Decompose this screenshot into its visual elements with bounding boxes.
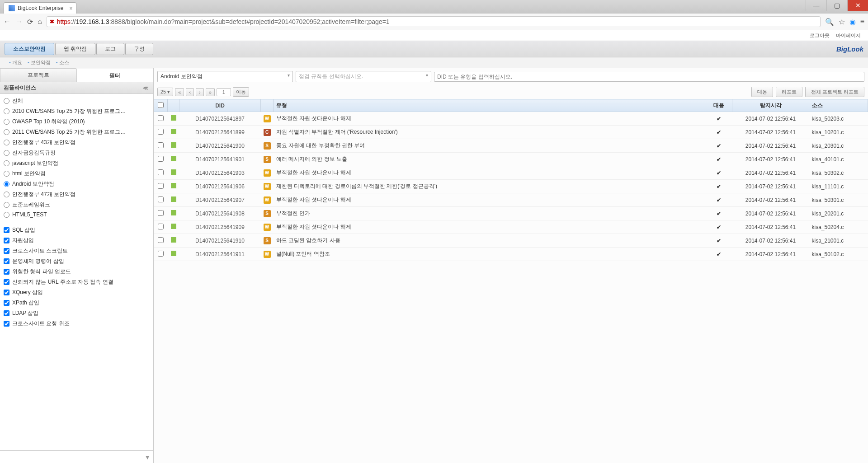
search-input[interactable] [434, 72, 864, 82]
compliance-radio-8[interactable]: Android 보안약점 [3, 179, 151, 189]
table-row[interactable]: D140702125641897W부적절한 자원 셧다운이나 해제✔2014-0… [154, 112, 868, 126]
breadcrumb-item-1[interactable]: 보안약점 [28, 59, 51, 66]
col-src[interactable]: 소스 [809, 99, 868, 112]
menu-icon[interactable]: ≡ [860, 18, 864, 26]
browser-tab[interactable]: BigLook Enterprise × [4, 2, 76, 14]
window-close-button[interactable]: ✕ [847, 0, 868, 11]
back-icon[interactable]: ← [4, 18, 11, 26]
table-row[interactable]: D140702125641899C자원 식별자의 부적절한 제어 ('Resou… [154, 126, 868, 139]
rule-check-input-2[interactable] [4, 248, 9, 254]
compliance-radio-input-8[interactable] [4, 181, 9, 187]
bookmark-icon[interactable]: ☆ [839, 18, 845, 26]
rule-check-4[interactable]: 위험한 형식 파일 업로드 [3, 267, 151, 277]
breadcrumb-item-0[interactable]: 개요 [9, 59, 22, 66]
compliance-radio-6[interactable]: javascript 보안약점 [3, 158, 151, 168]
compliance-radio-11[interactable]: HTML5_TEST [3, 210, 151, 219]
pager-first-icon[interactable]: « [175, 88, 184, 96]
table-row[interactable]: D140702125641910S하드 코딩된 암호화키 사용✔2014-07-… [154, 234, 868, 248]
table-row[interactable]: D140702125641908S부적절한 인가✔2014-07-02 12:5… [154, 207, 868, 220]
pager-prev-icon[interactable]: ‹ [186, 88, 194, 96]
col-did[interactable]: DID [179, 99, 261, 112]
col-type[interactable]: 유형 [274, 99, 705, 112]
page-number-input[interactable]: 1 [217, 88, 231, 96]
rule-check-input-1[interactable] [4, 238, 9, 243]
row-checkbox[interactable] [158, 156, 164, 162]
table-row[interactable]: D140702125641900S중요 자원에 대한 부정확한 권한 부여✔20… [154, 139, 868, 153]
forward-icon[interactable]: → [15, 18, 23, 26]
search-icon[interactable]: 🔍 [825, 18, 834, 26]
table-row[interactable]: D140702125641901S에러 메시지에 의한 정보 노출✔2014-0… [154, 153, 868, 166]
page-size-combo[interactable]: 25 ▾ [157, 88, 173, 96]
pager-go-button[interactable]: 이동 [233, 87, 249, 97]
col-checkbox[interactable] [154, 99, 168, 112]
compliance-radio-input-9[interactable] [4, 192, 9, 197]
full-report-button[interactable]: 전체 프로젝트 리포트 [805, 87, 864, 97]
table-row[interactable]: D140702125641906W제한된 디렉토리에 대한 경로이름의 부적절한… [154, 180, 868, 193]
reload-icon[interactable]: ⟳ [27, 18, 33, 26]
compliance-radio-7[interactable]: html 보안약점 [3, 168, 151, 179]
rule-check-input-4[interactable] [4, 269, 9, 275]
row-checkbox[interactable] [158, 115, 164, 121]
rule-check-input-3[interactable] [4, 258, 9, 264]
compliance-header[interactable]: 컴플라이언스 ≪ [0, 82, 153, 94]
rule-check-input-5[interactable] [4, 279, 9, 285]
compliance-radio-input-10[interactable] [4, 202, 9, 208]
table-row[interactable]: D140702125641911W널(Null) 포인터 역참조✔2014-07… [154, 248, 868, 261]
row-checkbox[interactable] [158, 183, 164, 189]
pager-next-icon[interactable]: › [196, 88, 204, 96]
collapse-icon[interactable]: ≪ [143, 85, 150, 91]
side-tab-filter[interactable]: 필터 [76, 69, 153, 82]
row-checkbox[interactable] [158, 196, 164, 202]
table-row[interactable]: D140702125641903W부적절한 자원 셧다운이나 해제✔2014-0… [154, 166, 868, 180]
report-button[interactable]: 리포트 [776, 87, 802, 97]
side-tab-project[interactable]: 프로젝트 [0, 68, 76, 82]
pager-last-icon[interactable]: » [206, 88, 215, 96]
compliance-radio-5[interactable]: 전자금융감독규정 [3, 148, 151, 158]
main-tab-1[interactable]: 웹 취약점 [55, 43, 95, 55]
rule-check-8[interactable]: LDAP 삽입 [3, 308, 151, 318]
compliance-radio-input-4[interactable] [4, 140, 9, 145]
rule-check-input-6[interactable] [4, 290, 9, 295]
table-row[interactable]: D140702125641907W부적절한 자원 셧다운이나 해제✔2014-0… [154, 193, 868, 207]
compliance-radio-10[interactable]: 표준프레임워크 [3, 200, 151, 210]
compliance-radio-input-6[interactable] [4, 160, 9, 166]
col-resp[interactable]: 대응 [705, 99, 732, 112]
main-tab-3[interactable]: 구성 [125, 43, 153, 55]
select-all-checkbox[interactable] [158, 102, 164, 108]
extension-icon[interactable]: ◉ [849, 18, 856, 26]
row-checkbox[interactable] [158, 210, 164, 216]
response-button[interactable]: 대응 [751, 87, 773, 97]
compliance-radio-4[interactable]: 안전행정부 43개 보안약점 [3, 137, 151, 148]
minimize-button[interactable]: — [806, 0, 826, 11]
row-checkbox[interactable] [158, 169, 164, 175]
main-tab-0[interactable]: 소스보안약점 [5, 43, 54, 55]
compliance-radio-input-7[interactable] [4, 171, 9, 177]
rule-check-2[interactable]: 크로스사이트 스크립트 [3, 246, 151, 256]
row-checkbox[interactable] [158, 224, 164, 229]
compliance-radio-input-11[interactable] [4, 212, 9, 218]
row-checkbox[interactable] [158, 129, 164, 135]
compliance-radio-9[interactable]: 안전행정부 47개 보안약점 [3, 189, 151, 200]
rule-check-1[interactable]: 자원삽입 [3, 235, 151, 246]
filter-icon[interactable]: ▼ [144, 454, 151, 461]
compliance-radio-input-1[interactable] [4, 108, 9, 114]
compliance-radio-input-0[interactable] [4, 98, 9, 104]
maximize-button[interactable]: ▢ [826, 0, 847, 11]
compliance-radio-0[interactable]: 전체 [3, 96, 151, 106]
home-icon[interactable]: ⌂ [38, 18, 42, 26]
rule-check-0[interactable]: SQL 삽입 [3, 225, 151, 235]
tab-close-icon[interactable]: × [69, 5, 72, 12]
compliance-radio-1[interactable]: 2010 CWE/SANS Top 25 가장 위험한 프로그… [3, 106, 151, 117]
table-row[interactable]: D140702125641909W부적절한 자원 셧다운이나 해제✔2014-0… [154, 220, 868, 234]
row-checkbox[interactable] [158, 251, 164, 257]
compliance-radio-input-2[interactable] [4, 119, 9, 125]
rule-check-6[interactable]: XQuery 삽입 [3, 287, 151, 298]
rule-check-input-8[interactable] [4, 310, 9, 316]
compliance-radio-2[interactable]: OWASP Top 10 취약점 (2010) [3, 117, 151, 127]
mypage-link[interactable]: 마이페이지 [836, 32, 861, 39]
rule-check-input-7[interactable] [4, 300, 9, 306]
rule-check-9[interactable]: 크로스사이트 요청 위조 [3, 318, 151, 329]
rule-check-3[interactable]: 운영체제 명령어 삽입 [3, 256, 151, 267]
compliance-radio-input-5[interactable] [4, 150, 9, 156]
rule-check-7[interactable]: XPath 삽입 [3, 298, 151, 308]
